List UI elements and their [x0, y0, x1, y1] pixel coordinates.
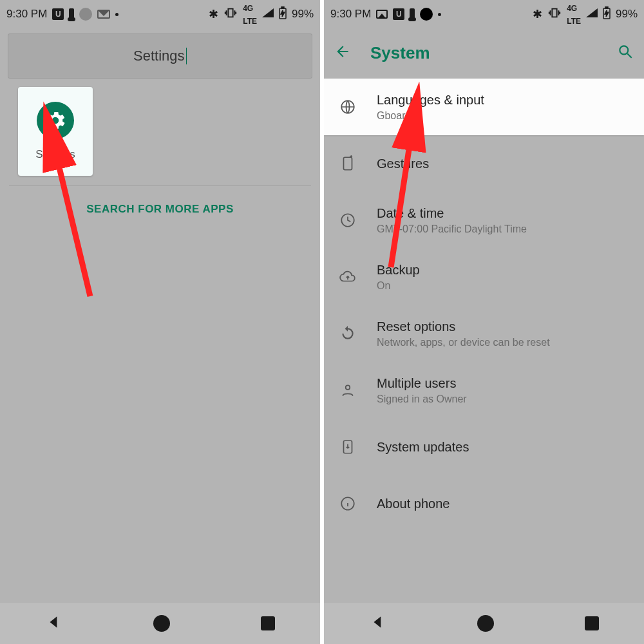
item-languages-input[interactable]: Languages & input Gboard [324, 79, 644, 135]
item-title: Languages & input [377, 93, 484, 108]
avatar-icon [420, 8, 433, 21]
thermometer-icon [69, 8, 74, 20]
u-icon: U [393, 8, 404, 20]
signal-icon [262, 8, 274, 21]
item-title: Gestures [377, 156, 429, 171]
text-cursor-icon [186, 48, 187, 64]
network-type: 4GLTE [243, 1, 257, 27]
item-title: System updates [377, 440, 469, 455]
signal-icon [586, 8, 598, 21]
svg-rect-8 [344, 157, 352, 170]
nav-back-button[interactable] [46, 614, 62, 633]
gestures-icon [337, 155, 359, 172]
item-subtitle: GMT-07:00 Pacific Daylight Time [377, 223, 527, 235]
bluetooth-icon: ✱ [209, 7, 218, 21]
header: System [324, 28, 644, 75]
vibrate-icon [223, 6, 238, 23]
item-subtitle: On [377, 280, 420, 292]
search-text: Settings [133, 48, 185, 64]
thermometer-icon [410, 8, 415, 20]
nav-recent-button[interactable] [261, 616, 275, 630]
info-icon [337, 495, 359, 512]
app-settings-tile[interactable]: Settings [18, 87, 93, 176]
nav-back-button[interactable] [370, 614, 386, 633]
gmail-icon [97, 10, 110, 19]
item-title: Date & time [377, 206, 527, 221]
item-subtitle: Network, apps, or device can be reset [377, 337, 550, 348]
back-button[interactable] [334, 43, 351, 62]
settings-list: Languages & input Gboard Gestures Date &… [324, 79, 644, 532]
item-system-updates[interactable]: System updates [324, 419, 644, 475]
more-notifications-icon [115, 13, 118, 16]
battery-icon [603, 6, 611, 23]
bluetooth-icon: ✱ [533, 7, 542, 21]
search-input[interactable]: Settings [8, 33, 312, 79]
navbar [0, 603, 320, 644]
item-title: Multiple users [377, 376, 467, 391]
item-multiple-users[interactable]: Multiple users Signed in as Owner [324, 362, 644, 419]
item-subtitle: Gboard [377, 110, 484, 122]
avatar-placeholder-icon [79, 8, 92, 21]
battery-percent: 99% [616, 8, 638, 21]
phone-right: 9:30 PM U ✱ 4GLTE 99% System Languages &… [324, 0, 644, 644]
clock: 9:30 PM [6, 8, 47, 21]
clock: 9:30 PM [330, 8, 371, 21]
navbar [324, 603, 644, 644]
battery-icon [279, 6, 287, 23]
svg-line-6 [627, 53, 632, 58]
divider [9, 185, 311, 186]
globe-icon [337, 99, 359, 115]
search-button[interactable] [617, 43, 634, 62]
svg-rect-4 [605, 6, 608, 8]
item-date-time[interactable]: Date & time GMT-07:00 Pacific Daylight T… [324, 192, 644, 249]
item-about-phone[interactable]: About phone [324, 475, 644, 532]
item-title: About phone [377, 497, 450, 511]
item-backup[interactable]: Backup On [324, 249, 644, 305]
svg-point-10 [346, 385, 350, 390]
screenshot-icon [376, 10, 388, 19]
reset-icon [337, 325, 359, 342]
more-notifications-icon [438, 13, 441, 16]
gear-icon [37, 102, 74, 139]
item-subtitle: Signed in as Owner [377, 393, 467, 405]
item-title: Reset options [377, 319, 550, 334]
item-title: Backup [377, 263, 420, 278]
status-bar: 9:30 PM U ✱ 4GLTE 99% [0, 0, 320, 28]
phone-left: 9:30 PM U ✱ 4GLTE 99% Settings Settings … [0, 0, 320, 644]
item-gestures[interactable]: Gestures [324, 135, 644, 192]
person-icon [337, 382, 359, 399]
page-title: System [370, 43, 617, 63]
vibrate-icon [547, 6, 562, 23]
nav-home-button[interactable] [153, 615, 170, 632]
nav-recent-button[interactable] [585, 616, 599, 630]
clock-icon [337, 212, 359, 229]
item-reset-options[interactable]: Reset options Network, apps, or device c… [324, 305, 644, 362]
svg-rect-1 [281, 6, 284, 8]
battery-percent: 99% [292, 8, 314, 21]
nav-home-button[interactable] [477, 615, 494, 632]
status-bar: 9:30 PM U ✱ 4GLTE 99% [324, 0, 644, 28]
u-icon: U [52, 8, 64, 20]
svg-point-5 [620, 46, 628, 54]
cloud-upload-icon [337, 269, 359, 285]
network-type: 4GLTE [567, 1, 581, 27]
app-label: Settings [35, 148, 75, 161]
search-more-apps-link[interactable]: SEARCH FOR MORE APPS [0, 203, 320, 216]
update-icon [337, 439, 359, 455]
